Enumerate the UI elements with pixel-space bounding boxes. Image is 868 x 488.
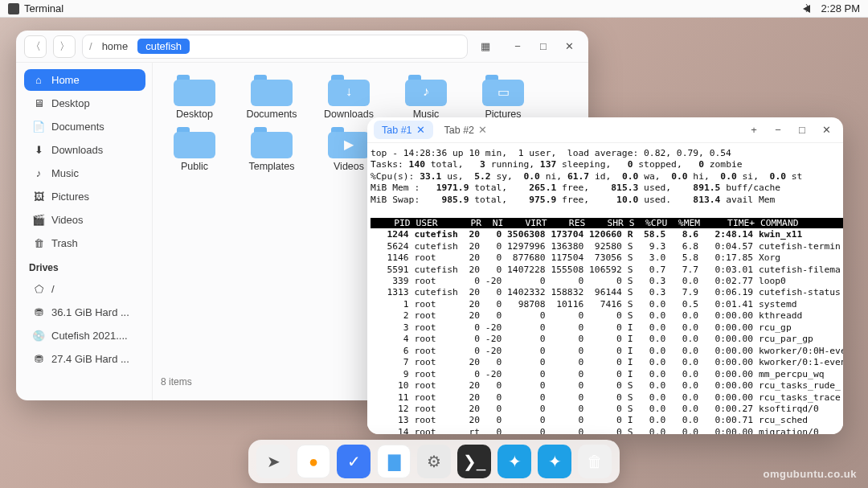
folder-icon: ▶ bbox=[328, 125, 370, 158]
folder-icon bbox=[251, 125, 293, 158]
folder-icon: ↓ bbox=[328, 72, 370, 106]
sidebar-item-music[interactable]: ♪Music bbox=[24, 162, 145, 184]
active-app-label: Terminal bbox=[24, 2, 63, 14]
dock-cutefish-icon[interactable]: ✦ bbox=[538, 445, 571, 478]
terminal-tab[interactable]: Tab #1✕ bbox=[374, 121, 433, 139]
folder-public[interactable]: Public bbox=[159, 125, 230, 172]
sidebar-item-home[interactable]: ⌂Home bbox=[24, 69, 145, 91]
folder-label: Videos bbox=[334, 161, 364, 172]
sidebar-item-label: Desktop bbox=[51, 97, 90, 109]
folder-downloads[interactable]: ↓Downloads bbox=[313, 72, 384, 120]
fm-minimize-button[interactable]: − bbox=[506, 35, 529, 58]
dock-todo-icon[interactable]: ✓ bbox=[337, 445, 371, 478]
drive-icon: ⬠ bbox=[32, 283, 45, 295]
folder-music[interactable]: ♪Music bbox=[391, 72, 461, 120]
sidebar-item-label: Documents bbox=[51, 121, 104, 133]
terminal-titlebar: Tab #1✕Tab #2✕ + − □ ✕ bbox=[367, 117, 843, 143]
folder-pictures[interactable]: ▭Pictures bbox=[468, 72, 538, 120]
sidebar-item-label: Music bbox=[51, 167, 79, 179]
sidebar-icon: 🖥 bbox=[32, 97, 45, 109]
folder-label: Public bbox=[181, 161, 208, 172]
tab-close-icon[interactable]: ✕ bbox=[416, 124, 425, 136]
dock-trash-icon[interactable]: 🗑 bbox=[578, 445, 612, 478]
terminal-new-tab-button[interactable]: + bbox=[743, 120, 764, 141]
sidebar-item-label: Downloads bbox=[51, 144, 103, 156]
dock-settings-icon[interactable]: ⚙ bbox=[417, 445, 451, 478]
folder-label: Templates bbox=[249, 161, 295, 172]
sidebar-item-label: Trash bbox=[51, 237, 78, 249]
folder-label: Desktop bbox=[176, 109, 213, 120]
folder-templates[interactable]: Templates bbox=[236, 125, 307, 172]
dock-kde-icon[interactable]: ✦ bbox=[497, 445, 531, 478]
view-grid-icon[interactable]: ▦ bbox=[474, 35, 497, 58]
sidebar-icon: 📄 bbox=[32, 121, 45, 133]
folder-icon: ♪ bbox=[405, 72, 447, 106]
fm-close-button[interactable]: ✕ bbox=[558, 35, 580, 58]
folder-icon bbox=[174, 72, 215, 106]
file-manager-sidebar: ⌂Home🖥Desktop📄Documents⬇Downloads♪Music🖼… bbox=[16, 63, 153, 400]
sidebar-icon: ⌂ bbox=[32, 74, 45, 86]
dock-firefox-icon[interactable]: ● bbox=[297, 445, 330, 478]
terminal-output[interactable]: top - 14:28:36 up 10 min, 1 user, load a… bbox=[367, 143, 843, 434]
sidebar-icon: ♪ bbox=[32, 167, 45, 179]
drive-icon: ⛃ bbox=[32, 353, 45, 365]
sidebar-item-label: Pictures bbox=[51, 191, 89, 203]
terminal-close-button[interactable]: ✕ bbox=[816, 120, 837, 141]
dock: ➤ ● ✓ ▇ ⚙ ❯_ ✦ ✦ 🗑 bbox=[248, 440, 620, 483]
terminal-tab-label: Tab #2 bbox=[444, 125, 475, 136]
terminal-window: Tab #1✕Tab #2✕ + − □ ✕ top - 14:28:36 up… bbox=[367, 117, 843, 434]
sidebar-drives-header: Drives bbox=[24, 256, 145, 277]
breadcrumb[interactable]: / home cutefish bbox=[82, 35, 468, 59]
terminal-minimize-button[interactable]: − bbox=[768, 120, 788, 141]
drive-icon: 💿 bbox=[32, 330, 45, 342]
sidebar-item-documents[interactable]: 📄Documents bbox=[24, 116, 145, 137]
terminal-maximize-button[interactable]: □ bbox=[792, 120, 813, 141]
volume-icon[interactable] bbox=[803, 5, 810, 13]
breadcrumb-home[interactable]: home bbox=[97, 39, 133, 54]
sidebar-icon: ⬇ bbox=[32, 144, 45, 156]
folder-icon: ▭ bbox=[482, 72, 524, 106]
sidebar-item-label: Videos bbox=[51, 214, 84, 226]
sidebar-item-label: 36.1 GiB Hard ... bbox=[51, 306, 129, 318]
sidebar-icon: 🎬 bbox=[32, 214, 45, 226]
nav-forward-button[interactable]: 〉 bbox=[53, 35, 76, 58]
terminal-tab-label: Tab #1 bbox=[382, 125, 412, 136]
nav-back-button[interactable]: 〈 bbox=[24, 35, 47, 58]
clock[interactable]: 2:28 PM bbox=[821, 2, 860, 14]
sidebar-item-pictures[interactable]: 🖼Pictures bbox=[24, 186, 145, 207]
fm-maximize-button[interactable]: □ bbox=[532, 35, 555, 58]
sidebar-drive-item[interactable]: ⛃27.4 GiB Hard ... bbox=[24, 348, 145, 370]
folder-icon bbox=[251, 72, 293, 106]
sidebar-item-trash[interactable]: 🗑Trash bbox=[24, 232, 145, 254]
sidebar-item-videos[interactable]: 🎬Videos bbox=[24, 209, 145, 231]
folder-icon bbox=[174, 125, 215, 158]
dock-launcher-icon[interactable]: ➤ bbox=[256, 445, 290, 478]
tab-close-icon[interactable]: ✕ bbox=[478, 124, 487, 136]
breadcrumb-leaf[interactable]: cutefish bbox=[137, 39, 190, 54]
top-panel: Terminal 2:28 PM bbox=[0, 0, 868, 18]
sidebar-icon: 🗑 bbox=[32, 237, 45, 249]
watermark: omgubuntu.co.uk bbox=[763, 468, 857, 480]
sidebar-item-label: 27.4 GiB Hard ... bbox=[51, 353, 129, 365]
sidebar-item-label: Home bbox=[51, 74, 80, 86]
folder-desktop[interactable]: Desktop bbox=[159, 72, 230, 120]
sidebar-item-downloads[interactable]: ⬇Downloads bbox=[24, 139, 145, 161]
sidebar-item-desktop[interactable]: 🖥Desktop bbox=[24, 92, 145, 114]
sidebar-drive-item[interactable]: ⛃36.1 GiB Hard ... bbox=[24, 301, 145, 323]
dock-files-icon[interactable]: ▇ bbox=[377, 445, 411, 478]
terminal-tab[interactable]: Tab #2✕ bbox=[436, 121, 496, 139]
sidebar-drive-item[interactable]: ⬠/ bbox=[24, 278, 145, 300]
sidebar-icon: 🖼 bbox=[32, 191, 45, 203]
breadcrumb-root[interactable]: / bbox=[89, 40, 92, 52]
dock-terminal-icon[interactable]: ❯_ bbox=[457, 445, 491, 478]
sidebar-item-label: / bbox=[51, 283, 55, 295]
sidebar-drive-item[interactable]: 💿Cutefish 2021.... bbox=[24, 325, 145, 347]
drive-icon: ⛃ bbox=[32, 306, 45, 318]
folder-label: Documents bbox=[246, 109, 297, 120]
folder-label: Downloads bbox=[324, 109, 374, 120]
active-app-icon bbox=[8, 3, 19, 14]
file-manager-toolbar: 〈 〉 / home cutefish ▦ − □ ✕ bbox=[16, 31, 588, 63]
sidebar-item-label: Cutefish 2021.... bbox=[51, 330, 128, 342]
folder-documents[interactable]: Documents bbox=[236, 72, 307, 120]
